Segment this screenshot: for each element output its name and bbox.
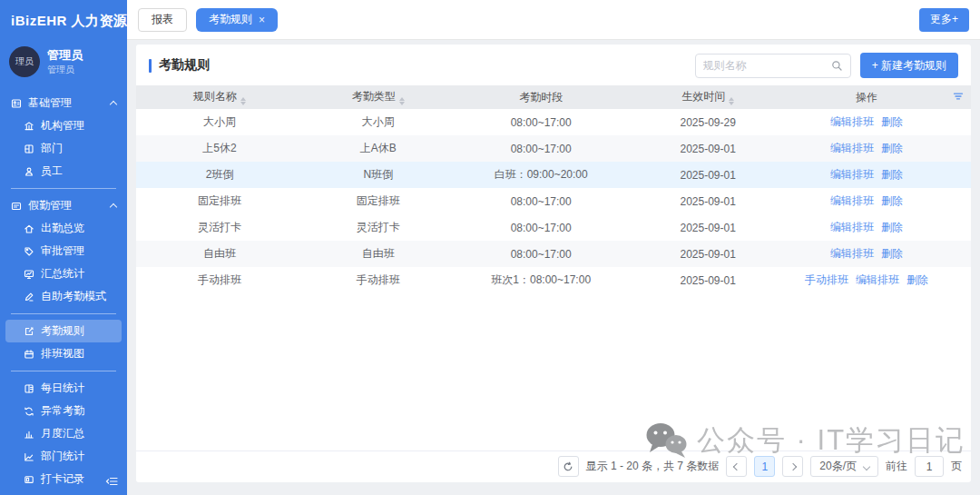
edit-schedule-link[interactable]: 编辑排班 xyxy=(830,221,874,233)
column-header-attendance-type[interactable]: 考勤类型 xyxy=(303,85,454,109)
column-header-actions: 操作 xyxy=(788,85,946,109)
sync-arrows-icon xyxy=(24,406,34,417)
sidebar-item-department[interactable]: 部门 xyxy=(0,137,127,160)
tag-icon xyxy=(24,246,34,257)
user-profile[interactable]: 理员 管理员 管理员 xyxy=(0,39,127,88)
next-page-button[interactable] xyxy=(782,456,803,477)
sidebar-item-monthly-summary[interactable]: 月度汇总 xyxy=(0,422,127,445)
edit-schedule-link[interactable]: 编辑排班 xyxy=(830,194,874,207)
table-row[interactable]: 2班倒 N班倒 白班：09:00~20:00 2025-09-01 编辑排班删除 xyxy=(136,162,971,188)
more-button[interactable]: 更多+ xyxy=(919,8,969,32)
avatar: 理员 xyxy=(9,46,40,77)
table-row[interactable]: 灵活打卡 灵活打卡 08:00~17:00 2025-09-01 编辑排班删除 xyxy=(136,214,971,241)
column-header-effective-date[interactable]: 生效时间 xyxy=(629,85,788,109)
pen-icon xyxy=(24,292,34,302)
sort-icon[interactable] xyxy=(729,97,734,105)
chevron-down-icon xyxy=(863,462,870,470)
column-settings-header[interactable] xyxy=(946,85,971,109)
chevron-up-icon xyxy=(110,101,117,108)
prev-page-button[interactable] xyxy=(726,456,747,477)
user-icon xyxy=(24,166,34,177)
close-icon[interactable]: × xyxy=(259,15,265,25)
bank-icon xyxy=(24,121,34,132)
sidebar-section-attendance-management[interactable]: 假勤管理 xyxy=(0,194,127,217)
goto-page-input[interactable] xyxy=(915,456,944,477)
sidebar-divider xyxy=(11,188,116,189)
page-title: 考勤规则 xyxy=(159,57,210,74)
sidebar-item-attendance-rules[interactable]: 考勤规则 xyxy=(5,320,122,342)
delete-link[interactable]: 删除 xyxy=(906,273,928,286)
page-size-select[interactable]: 20条/页 xyxy=(810,456,878,477)
bar-chart-icon xyxy=(24,429,34,440)
tab-bar: 报表 考勤规则 × 更多+ xyxy=(127,0,980,40)
sidebar-item-attendance-overview[interactable]: 出勤总览 xyxy=(0,217,127,240)
line-chart-icon xyxy=(24,451,34,462)
sidebar-item-daily-stats[interactable]: 每日统计 xyxy=(0,377,127,400)
new-rule-button[interactable]: + 新建考勤规则 xyxy=(860,53,958,78)
sidebar: iBizEHR 人力资源 理员 管理员 管理员 基础管理 机构管理 部门 员工 xyxy=(0,0,127,495)
edit-schedule-link[interactable]: 编辑排班 xyxy=(830,115,874,128)
edit-icon xyxy=(24,326,34,337)
table-header-row: 规则名称 考勤类型 考勤时段 生效时间 操作 xyxy=(136,85,971,109)
sidebar-item-schedule-view[interactable]: 排班视图 xyxy=(0,342,127,365)
edit-schedule-link[interactable]: 编辑排班 xyxy=(856,273,899,286)
sidebar-item-abnormal-attendance[interactable]: 异常考勤 xyxy=(0,400,127,422)
column-header-attendance-period: 考勤时段 xyxy=(454,85,629,109)
table-row[interactable]: 手动排班 手动排班 班次1：08:00~17:00 2025-09-01 手动排… xyxy=(136,267,971,293)
pagination: 显示 1 - 20 条，共 7 条数据 1 20条/页 前往 页 xyxy=(136,450,971,482)
sidebar-item-approval-management[interactable]: 审批管理 xyxy=(0,240,127,262)
edit-schedule-link[interactable]: 编辑排班 xyxy=(830,247,874,260)
search-icon[interactable] xyxy=(831,60,843,72)
search-input[interactable] xyxy=(703,59,831,72)
chevron-up-icon xyxy=(110,203,117,211)
sidebar-divider xyxy=(11,371,116,371)
sidebar-item-department-stats[interactable]: 部门统计 xyxy=(0,445,127,468)
delete-link[interactable]: 删除 xyxy=(881,221,903,233)
sidebar-section-basic-management[interactable]: 基础管理 xyxy=(0,92,127,114)
user-name: 管理员 xyxy=(47,47,83,64)
delete-link[interactable]: 删除 xyxy=(881,247,903,260)
chart-monitor-icon xyxy=(24,269,34,280)
list-card-icon xyxy=(11,201,22,212)
sidebar-item-self-attendance-mode[interactable]: 自助考勤模式 xyxy=(0,285,127,308)
table-row[interactable]: 上5休2 上A休B 08:00~17:00 2025-09-01 编辑排班删除 xyxy=(136,135,971,162)
edit-schedule-link[interactable]: 编辑排班 xyxy=(830,142,874,154)
user-role: 管理员 xyxy=(47,64,83,76)
column-header-rule-name[interactable]: 规则名称 xyxy=(136,85,303,109)
tab-reports[interactable]: 报表 xyxy=(138,8,187,32)
home-icon xyxy=(24,223,34,234)
delete-link[interactable]: 删除 xyxy=(881,194,903,207)
table-row[interactable]: 固定排班 固定排班 08:00~17:00 2025-09-01 编辑排班删除 xyxy=(136,188,971,214)
table-empty-space xyxy=(136,293,971,450)
sidebar-item-employee[interactable]: 员工 xyxy=(0,160,127,183)
app-title: iBizEHR 人力资源 xyxy=(0,0,127,39)
column-filter-icon[interactable] xyxy=(953,91,964,102)
delete-link[interactable]: 删除 xyxy=(881,115,903,128)
title-accent-bar xyxy=(149,59,152,73)
daily-report-icon xyxy=(24,383,34,394)
record-card-icon xyxy=(24,474,34,485)
search-box xyxy=(695,54,851,78)
table-row[interactable]: 自由班 自由班 08:00~17:00 2025-09-01 编辑排班删除 xyxy=(136,241,971,267)
goto-label: 前往 xyxy=(886,459,907,474)
department-icon xyxy=(24,144,34,154)
sidebar-item-summary-stats[interactable]: 汇总统计 xyxy=(0,262,127,285)
manual-schedule-link[interactable]: 手动排班 xyxy=(805,273,848,286)
page-unit-label: 页 xyxy=(951,459,962,474)
id-card-icon xyxy=(11,98,22,109)
page-number-button[interactable]: 1 xyxy=(754,456,775,477)
pagination-info: 显示 1 - 20 条，共 7 条数据 xyxy=(586,459,720,474)
rules-table: 规则名称 考勤类型 考勤时段 生效时间 操作 大小周 大小周 08:0 xyxy=(136,85,971,293)
sidebar-collapse-icon[interactable] xyxy=(105,476,118,490)
sidebar-item-org-management[interactable]: 机构管理 xyxy=(0,114,127,137)
refresh-button[interactable] xyxy=(558,456,579,477)
sort-icon[interactable] xyxy=(399,97,405,105)
tab-attendance-rules[interactable]: 考勤规则 × xyxy=(196,8,278,32)
delete-link[interactable]: 删除 xyxy=(881,142,903,154)
sort-icon[interactable] xyxy=(240,97,246,105)
sidebar-menu: 基础管理 机构管理 部门 员工 假勤管理 出勤总览 审批管理 xyxy=(0,88,127,495)
delete-link[interactable]: 删除 xyxy=(881,168,903,181)
calendar-icon xyxy=(24,349,34,360)
table-row[interactable]: 大小周 大小周 08:00~17:00 2025-09-29 编辑排班删除 xyxy=(136,109,971,135)
edit-schedule-link[interactable]: 编辑排班 xyxy=(830,168,874,181)
